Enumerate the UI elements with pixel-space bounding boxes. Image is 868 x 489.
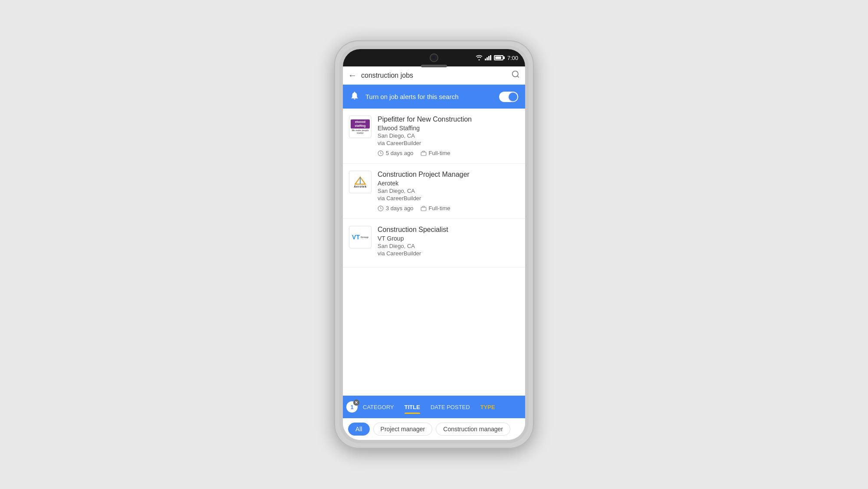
job-type-1: Full-time [421,150,450,156]
job-source-2: via CareerBuilder [378,195,519,202]
alerts-toggle[interactable] [499,92,518,102]
job-posted-1: 5 days ago [378,150,414,156]
job-location-1: San Diego, CA [378,132,519,139]
job-list: elwoodstaffing We make people matter Pip… [343,109,525,396]
search-bar: ← [343,66,525,85]
screen: 7:00 ← [343,49,525,440]
filter-bar: 1 ✕ CATEGORY TITLE DATE POSTED TYPE [343,396,525,418]
job-details-3: Construction Specialist VT Group San Die… [378,226,519,260]
job-details-2: Construction Project Manager Aerotek San… [378,171,519,211]
tab-type[interactable]: TYPE [475,400,500,414]
chip-construction-manager[interactable]: Construction manager [436,423,510,436]
company-logo-3: VT Group [349,226,372,248]
chip-project-manager[interactable]: Project manager [373,423,433,436]
svg-rect-7 [421,152,426,155]
svg-line-5 [517,76,519,78]
svg-rect-1 [487,57,488,60]
chips-row: All Project manager Construction manager [343,418,525,440]
job-location-2: San Diego, CA [378,188,519,194]
job-meta-1: 5 days ago Full-time [378,150,519,156]
job-title-2: Construction Project Manager [378,171,519,178]
job-type-2: Full-time [421,205,450,211]
job-details-1: Pipefitter for New Construction Elwood S… [378,116,519,156]
company-logo-2: Aerotek [349,171,372,193]
search-icon[interactable] [511,70,520,81]
phone-frame: 7:00 ← [334,40,534,449]
status-time: 7:00 [507,55,518,61]
phone-inner: 7:00 ← [339,46,529,443]
filter-badge[interactable]: 1 ✕ [346,401,358,413]
clock-icon-2 [378,205,384,211]
job-posted-2: 3 days ago [378,205,414,211]
chip-all[interactable]: All [348,423,370,436]
tab-title[interactable]: TITLE [399,400,425,414]
job-item-3[interactable]: VT Group Construction Specialist VT Grou… [343,219,525,268]
job-title-1: Pipefitter for New Construction [378,116,519,123]
job-location-3: San Diego, CA [378,243,519,249]
svg-point-4 [513,71,518,77]
svg-rect-0 [485,59,486,60]
company-name-1: Elwood Staffing [378,125,519,132]
alerts-text: Turn on job alerts for this search [365,93,493,100]
clock-icon [378,150,384,156]
job-meta-2: 3 days ago Full-time [378,205,519,211]
search-input[interactable] [361,72,507,79]
job-item-2[interactable]: Aerotek Construction Project Manager Aer… [343,164,525,219]
company-logo-1: elwoodstaffing We make people matter [349,116,372,138]
aerotek-logo-svg [354,176,366,185]
status-icons: 7:00 [476,55,518,61]
phone-top-elements [391,46,477,67]
filter-tabs: CATEGORY TITLE DATE POSTED TYPE [358,400,500,414]
company-name-3: VT Group [378,235,519,242]
battery-icon [494,55,503,60]
job-source-1: via CareerBuilder [378,140,519,146]
svg-rect-3 [490,55,491,60]
tab-date-posted[interactable]: DATE POSTED [425,400,475,414]
svg-rect-11 [421,207,426,211]
job-title-3: Construction Specialist [378,226,519,234]
bell-icon [350,91,359,102]
briefcase-icon [421,150,427,156]
alerts-banner[interactable]: Turn on job alerts for this search [343,85,525,109]
tab-category[interactable]: CATEGORY [358,400,399,414]
company-name-2: Aerotek [378,180,519,187]
briefcase-icon-2 [421,205,427,211]
job-item-1[interactable]: elwoodstaffing We make people matter Pip… [343,109,525,164]
svg-rect-2 [488,56,490,60]
job-source-3: via CareerBuilder [378,250,519,257]
speaker [421,65,447,67]
back-button[interactable]: ← [348,70,357,80]
signal-icon [485,55,492,60]
camera [430,53,438,62]
